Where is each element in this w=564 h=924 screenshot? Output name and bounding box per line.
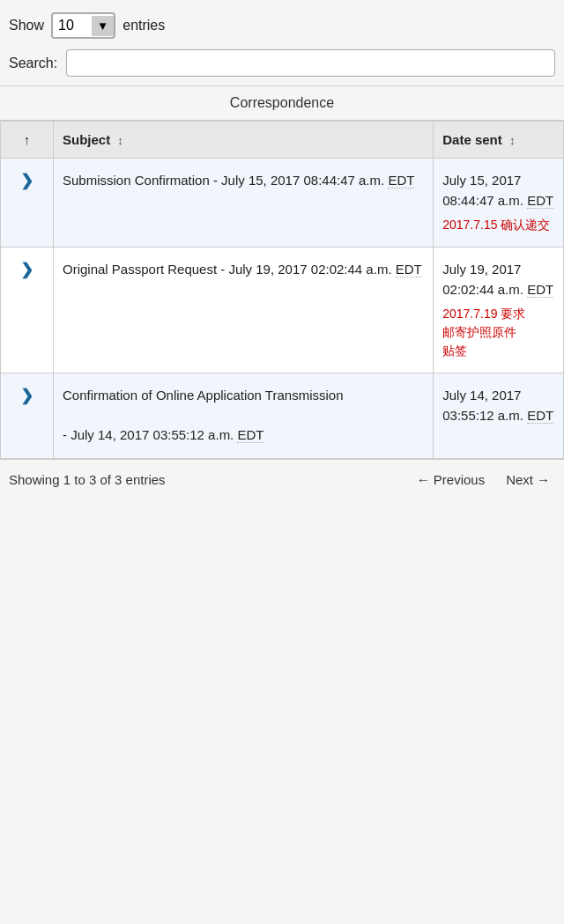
row-3-chevron-icon[interactable]: ❯: [20, 387, 33, 404]
table-section: Correspondence ↑ Subject ↕ Date sent ↕: [0, 85, 564, 459]
table-row: ❯ Confirmation of Online Application Tra…: [1, 373, 564, 459]
previous-label: Previous: [434, 472, 485, 487]
correspondence-header: Correspondence: [0, 85, 564, 121]
next-button[interactable]: Next →: [501, 469, 555, 491]
subject-header-label: Subject: [63, 132, 110, 147]
date-sort-icon: ↕: [509, 134, 516, 147]
row-3-date-main: July 14, 2017 03:55:12 a.m. EDT: [442, 386, 554, 425]
row-1-chevron-cell[interactable]: ❯: [1, 159, 54, 248]
search-label: Search:: [9, 55, 57, 71]
row-3-subject-text: Confirmation of Online Application Trans…: [63, 386, 424, 446]
pagination: ← Previous Next →: [412, 469, 555, 491]
row-3-subject-cell: Confirmation of Online Application Trans…: [54, 373, 434, 459]
row-2-date-main: July 19, 2017 02:02:44 a.m. EDT: [442, 260, 554, 299]
row-3-tz-1: EDT: [237, 427, 263, 443]
previous-button[interactable]: ← Previous: [412, 469, 490, 491]
row-1-tz-1: EDT: [388, 173, 414, 188]
row-2-subject-text: Original Passport Request - July 19, 201…: [63, 260, 424, 280]
date-sent-header-label: Date sent: [442, 132, 502, 147]
col-header-subject[interactable]: Subject ↕: [54, 122, 434, 159]
row-2-chevron-icon[interactable]: ❯: [20, 261, 33, 278]
row-2-annotation: 2017.7.19 要求邮寄护照原件贴签: [442, 305, 554, 360]
table-row: ❯ Original Passport Request - July 19, 2…: [1, 248, 564, 373]
entries-label: entries: [122, 18, 165, 33]
correspondence-title: Correspondence: [230, 95, 334, 110]
search-row: Search:: [9, 49, 555, 77]
row-2-date-cell: July 19, 2017 02:02:44 a.m. EDT 2017.7.1…: [434, 248, 564, 373]
footer-bar: Showing 1 to 3 of 3 entries ← Previous N…: [0, 459, 564, 499]
table-row: ❯ Submission Confirmation - July 15, 201…: [1, 159, 564, 248]
entries-dropdown-button[interactable]: ▼: [92, 16, 114, 36]
search-input[interactable]: [66, 49, 555, 77]
row-1-annotation: 2017.7.15 确认递交: [442, 216, 554, 234]
row-2-subject-cell: Original Passport Request - July 19, 201…: [54, 248, 434, 373]
showing-text: Showing 1 to 3 of 3 entries: [9, 472, 166, 487]
row-1-date-main: July 15, 2017 08:44:47 a.m. EDT: [442, 171, 554, 211]
row-2-tz-2: EDT: [527, 282, 553, 298]
correspondence-table: ↑ Subject ↕ Date sent ↕ ❯: [0, 121, 564, 459]
next-label: Next: [506, 472, 533, 487]
row-1-subject-cell: Submission Confirmation - July 15, 2017 …: [54, 159, 434, 248]
table-header-row: ↑ Subject ↕ Date sent ↕: [1, 122, 564, 159]
prev-arrow-icon: ←: [417, 472, 430, 487]
show-label: Show: [9, 18, 44, 33]
up-arrow-icon: ↑: [24, 132, 31, 147]
show-entries-row: Show ▼ entries: [9, 12, 555, 39]
row-1-date-cell: July 15, 2017 08:44:47 a.m. EDT 2017.7.1…: [434, 159, 564, 248]
entries-count-input[interactable]: [53, 14, 92, 37]
row-3-tz-2: EDT: [527, 408, 553, 424]
next-arrow-icon: →: [537, 472, 550, 487]
row-1-chevron-icon[interactable]: ❯: [20, 172, 33, 189]
top-controls: Show ▼ entries Search:: [0, 0, 564, 85]
col-header-date-sent[interactable]: Date sent ↕: [434, 122, 564, 159]
entries-select-wrapper[interactable]: ▼: [51, 12, 115, 39]
row-2-tz-1: EDT: [396, 262, 422, 277]
row-1-tz-2: EDT: [527, 193, 553, 209]
row-3-chevron-cell[interactable]: ❯: [1, 373, 54, 459]
col-header-arrow[interactable]: ↑: [1, 122, 54, 159]
row-1-subject-text: Submission Confirmation - July 15, 2017 …: [63, 171, 424, 191]
row-2-chevron-cell[interactable]: ❯: [1, 248, 54, 373]
dropdown-arrow-icon: ▼: [97, 19, 108, 33]
subject-sort-icon: ↕: [117, 134, 123, 147]
row-3-date-cell: July 14, 2017 03:55:12 a.m. EDT: [434, 373, 564, 459]
